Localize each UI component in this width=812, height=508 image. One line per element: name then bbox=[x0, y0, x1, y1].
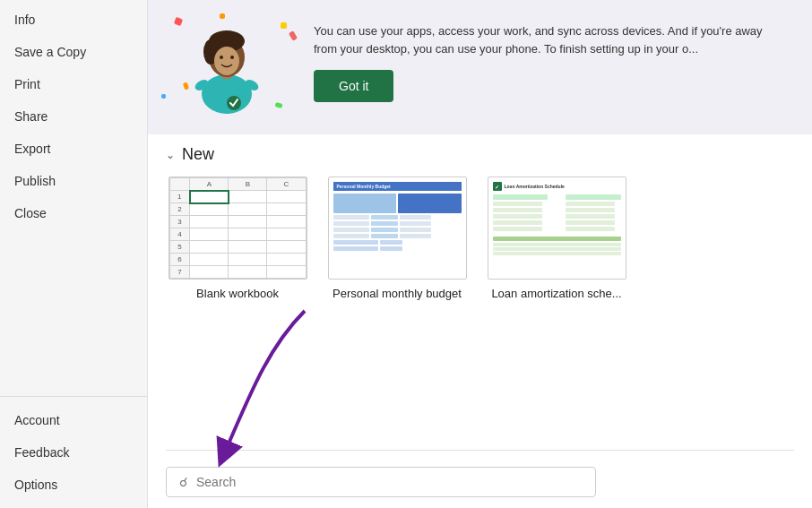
new-section: ⌄ New A B C 1 bbox=[148, 134, 812, 441]
chevron-down-icon: ⌄ bbox=[166, 149, 175, 161]
notification-illustration bbox=[148, 9, 305, 125]
search-input[interactable] bbox=[196, 475, 583, 489]
new-section-header: ⌄ New bbox=[166, 145, 794, 164]
confetti-4 bbox=[289, 30, 298, 41]
sidebar-nav: Info Save a Copy Print Share Export Publ… bbox=[0, 0, 147, 508]
svg-point-7 bbox=[214, 47, 239, 75]
loan-thumbnail: ✓ Loan Amortization Schedule bbox=[488, 177, 626, 280]
got-it-button[interactable]: Got it bbox=[314, 70, 393, 102]
confetti-6 bbox=[274, 102, 282, 108]
loan-amortization-label: Loan amortization sche... bbox=[491, 287, 621, 300]
notification-banner: You can use your apps, access your work,… bbox=[148, 0, 812, 134]
person-illustration bbox=[182, 18, 272, 116]
budget-thumbnail: Personal Monthly Budget bbox=[328, 177, 467, 280]
notification-text-area: You can use your apps, access your work,… bbox=[305, 9, 794, 111]
section-divider bbox=[166, 450, 794, 451]
main-content: You can use your apps, access your work,… bbox=[148, 0, 812, 508]
svg-point-0 bbox=[202, 74, 252, 114]
confetti-3 bbox=[281, 22, 287, 29]
blank-workbook-label: Blank workbook bbox=[196, 287, 279, 300]
sidebar-item-account[interactable]: Account bbox=[0, 404, 147, 436]
sidebar-item-save-a-copy[interactable]: Save a Copy bbox=[0, 36, 147, 68]
notification-text: You can use your apps, access your work,… bbox=[314, 22, 785, 57]
sidebar-item-export[interactable]: Export bbox=[0, 133, 147, 165]
template-blank-workbook[interactable]: A B C 1 2 bbox=[166, 177, 309, 300]
search-bar: ☌ bbox=[166, 467, 596, 497]
template-personal-budget[interactable]: Personal Monthly Budget bbox=[325, 177, 469, 300]
search-bar-container: ☌ bbox=[148, 460, 812, 508]
search-icon: ☌ bbox=[179, 475, 187, 489]
svg-point-8 bbox=[220, 56, 223, 59]
sidebar-item-feedback[interactable]: Feedback bbox=[0, 436, 147, 469]
sidebar-item-print[interactable]: Print bbox=[0, 68, 147, 100]
sidebar-item-info[interactable]: Info bbox=[0, 4, 147, 36]
templates-row: A B C 1 2 bbox=[166, 177, 794, 300]
blank-workbook-thumbnail: A B C 1 2 bbox=[168, 177, 307, 280]
sidebar-item-publish[interactable]: Publish bbox=[0, 165, 147, 197]
confetti-5 bbox=[161, 94, 166, 99]
new-section-label: New bbox=[182, 145, 214, 164]
svg-point-9 bbox=[230, 56, 234, 59]
sidebar-item-close[interactable]: Close bbox=[0, 197, 147, 229]
sidebar-item-share[interactable]: Share bbox=[0, 100, 147, 133]
sidebar-item-options[interactable]: Options bbox=[0, 469, 147, 501]
sidebar: Info Save a Copy Print Share Export Publ… bbox=[0, 0, 148, 508]
template-loan-amortization[interactable]: ✓ Loan Amortization Schedule bbox=[485, 177, 628, 300]
sidebar-bottom: Account Feedback Options bbox=[0, 396, 147, 508]
personal-budget-label: Personal monthly budget bbox=[333, 287, 462, 300]
confetti-2 bbox=[220, 13, 225, 19]
